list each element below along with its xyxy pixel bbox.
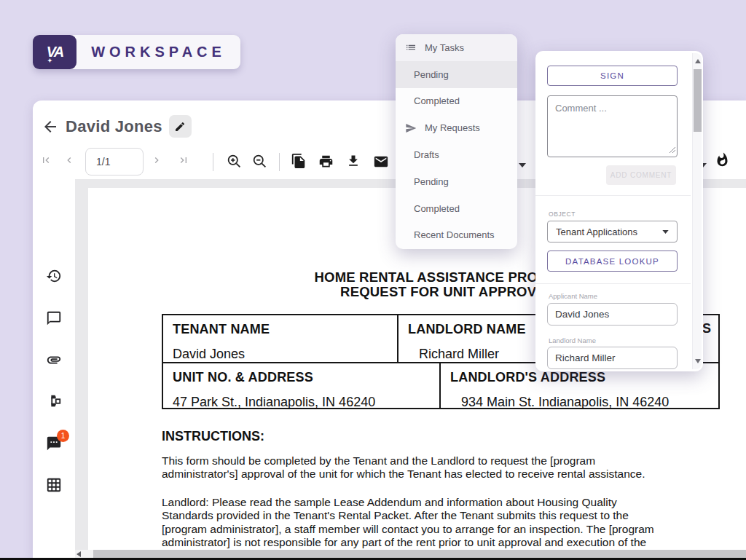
menu-item-label: My Tasks: [425, 42, 464, 53]
actions-side-panel: SIGN ADD COMMENT OBJECT Tenant Applicati…: [535, 51, 703, 371]
email-icon: [373, 154, 389, 170]
zoom-in-button[interactable]: [227, 154, 242, 171]
scroll-up-arrow-icon[interactable]: [695, 59, 701, 63]
previous-page-button[interactable]: [63, 154, 75, 168]
horizontal-scrollbar[interactable]: [75, 550, 746, 558]
chat-notification-badge: 1: [57, 430, 69, 442]
flame-icon: [715, 152, 730, 167]
data-grid-button[interactable]: [46, 477, 62, 493]
next-page-button[interactable]: [151, 154, 162, 168]
brand-name: WORKSPACE: [76, 35, 240, 69]
database-lookup-button[interactable]: DATABASE LOOKUP: [547, 251, 678, 272]
menu-item-my-tasks[interactable]: My Tasks: [396, 34, 517, 61]
send-icon: [405, 122, 417, 134]
scroll-left-arrow-icon[interactable]: [76, 551, 81, 557]
workspace-logo: VA ✦ WORKSPACE: [33, 35, 240, 69]
arrow-back-icon: [42, 118, 59, 135]
attachments-button[interactable]: [46, 352, 62, 368]
copy-icon: [291, 153, 307, 169]
last-page-icon: [178, 154, 189, 166]
menu-item-completed[interactable]: Completed: [396, 88, 517, 115]
menu-item-label: My Requests: [425, 122, 480, 133]
copy-button[interactable]: [291, 153, 307, 171]
menu-item-my-requests[interactable]: My Requests: [396, 114, 517, 141]
zoom-in-icon: [227, 154, 242, 169]
landlord-address-value: 934 Main St. Indianapolis, IN 46240: [450, 395, 718, 410]
landlord-name-input[interactable]: [547, 347, 678, 369]
print-icon: [318, 154, 334, 169]
zoom-out-button[interactable]: [252, 154, 267, 171]
unit-address-cell: UNIT NO. & ADDRESS 47 Park St., Indianap…: [163, 363, 441, 408]
menu-item-label: Recent Documents: [414, 229, 495, 240]
back-button[interactable]: [42, 118, 59, 135]
comment-bubble-icon: [46, 310, 62, 326]
partially-hidden-column-text: S: [702, 321, 711, 336]
history-icon: [46, 268, 62, 284]
menu-item-label: Completed: [414, 95, 460, 106]
rename-document-button[interactable]: [169, 115, 192, 138]
next-page-icon: [151, 154, 162, 166]
comment-input[interactable]: [547, 95, 678, 157]
download-button[interactable]: [346, 154, 361, 170]
tenant-name-cell: TENANT NAME David Jones: [163, 315, 398, 362]
comments-button[interactable]: [46, 310, 62, 326]
panel-divider: [535, 195, 691, 196]
object-select-value: Tenant Applications: [556, 226, 637, 237]
applicant-name-input[interactable]: [547, 303, 678, 326]
add-comment-button[interactable]: ADD COMMENT: [606, 165, 676, 185]
menu-item-drafts[interactable]: Drafts: [396, 141, 517, 168]
previous-page-icon: [63, 154, 75, 166]
instructions-paragraph-2: Landlord: Please read the sample Lease A…: [162, 496, 654, 550]
instructions-paragraph-1: This form should be completed by the Ten…: [162, 454, 645, 481]
print-button[interactable]: [318, 154, 334, 171]
toolbar-divider: [279, 153, 280, 171]
page-number-input[interactable]: [85, 148, 144, 176]
chat-button[interactable]: 1: [46, 435, 62, 451]
object-select[interactable]: Tenant Applications: [547, 221, 678, 242]
document-title: David Jones: [66, 117, 162, 136]
menu-item-label: Pending: [414, 176, 449, 187]
menu-item-pending[interactable]: Pending: [396, 61, 517, 88]
grid-icon: [46, 477, 62, 493]
horizontal-scrollbar-thumb[interactable]: [93, 550, 746, 558]
menu-item-label: Drafts: [414, 149, 439, 160]
brand-monogram: VA ✦: [33, 35, 76, 69]
workflow-icon: [46, 393, 62, 409]
menu-item-completed-requests[interactable]: Completed: [396, 195, 517, 222]
scroll-down-arrow-icon[interactable]: [695, 359, 701, 363]
tenant-name-label: TENANT NAME: [173, 322, 397, 337]
menu-item-label: Completed: [414, 203, 460, 214]
toolbar-divider: [213, 153, 213, 171]
menu-item-pending-requests[interactable]: Pending: [396, 168, 517, 195]
applicant-name-label: Applicant Name: [549, 292, 597, 300]
workflow-button[interactable]: [46, 393, 62, 409]
tenant-name-value: David Jones: [173, 347, 397, 362]
sign-button[interactable]: SIGN: [547, 66, 678, 86]
hot-actions-button[interactable]: [715, 152, 730, 170]
landlord-address-label: LANDLORD'S ADDRESS: [450, 370, 718, 385]
first-page-icon: [40, 154, 52, 166]
more-tools-dropdown[interactable]: [519, 159, 526, 170]
instructions-heading: INSTRUCTIONS:: [162, 429, 264, 444]
landlord-name-label: Landlord Name: [549, 336, 596, 344]
caret-down-icon: [662, 230, 669, 234]
menu-item-label: Pending: [414, 69, 449, 80]
sparkle-icon: ✦: [47, 58, 52, 64]
panel-divider: [535, 283, 691, 284]
last-page-button[interactable]: [178, 154, 189, 168]
zoom-out-icon: [252, 154, 267, 169]
list-icon: [405, 42, 417, 53]
history-button[interactable]: [46, 268, 62, 284]
unit-address-value: 47 Park St., Indianapolis, IN 46240: [173, 395, 439, 410]
menu-item-recent-documents[interactable]: Recent Documents: [396, 222, 517, 249]
panel-scrollbar-thumb[interactable]: [694, 69, 702, 132]
email-button[interactable]: [373, 154, 389, 172]
document-header: David Jones: [42, 115, 192, 138]
unit-address-label: UNIT NO. & ADDRESS: [173, 370, 439, 385]
document-tool-rail: 1: [33, 179, 75, 558]
tasks-dropdown-menu: My Tasks Pending Completed My Requests D…: [396, 34, 517, 249]
download-icon: [346, 154, 361, 168]
panel-scrollbar[interactable]: [692, 53, 702, 369]
pencil-icon: [174, 121, 186, 133]
first-page-button[interactable]: [40, 154, 52, 168]
